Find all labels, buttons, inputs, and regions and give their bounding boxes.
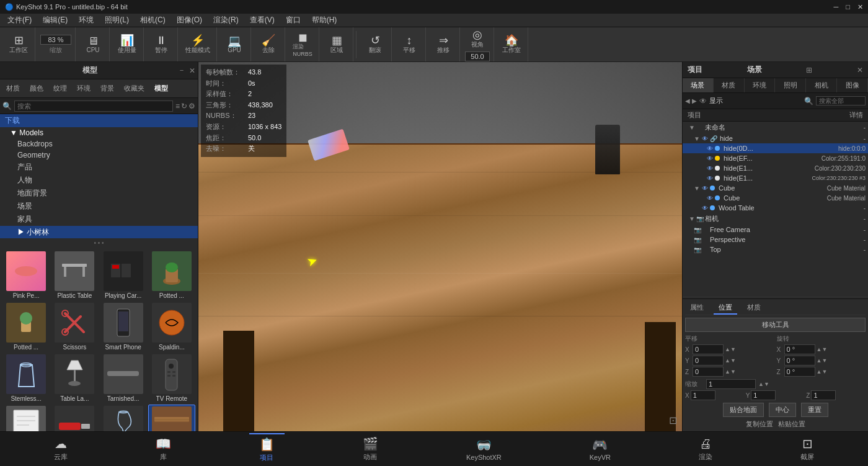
search-input[interactable] bbox=[14, 101, 173, 112]
refresh-icon[interactable]: ↻ bbox=[181, 102, 187, 110]
scene-search-input[interactable] bbox=[816, 96, 866, 105]
right-tab-image[interactable]: 图像 bbox=[837, 78, 868, 92]
bottom-nav-library[interactable]: 📖 库 bbox=[146, 434, 181, 464]
scale-y-input[interactable] bbox=[751, 390, 776, 400]
stree-perspective[interactable]: 📷 Perspective - bbox=[683, 235, 868, 244]
thumb-tv-remote[interactable]: TV Remote bbox=[148, 353, 195, 403]
stree-hide0d-eye[interactable]: 👁 bbox=[706, 145, 714, 152]
left-panel-minimize[interactable]: － bbox=[178, 65, 185, 76]
cpu-button[interactable]: 🖥 CPU bbox=[81, 34, 105, 55]
translate-button[interactable]: ↕ 平移 bbox=[397, 34, 422, 56]
region-button[interactable]: ▦ 区域 bbox=[324, 34, 349, 56]
menu-item[interactable]: 渲染(R) bbox=[208, 14, 244, 27]
stree-free-camera[interactable]: 📷 Free Camera - bbox=[683, 225, 868, 235]
prop-tab-pos[interactable]: 位置 bbox=[714, 302, 737, 315]
snap-button[interactable]: 贴合地面 bbox=[723, 403, 764, 417]
fov-button[interactable]: ◎ 视角 bbox=[465, 28, 490, 50]
stree-hidee1[interactable]: 👁 hide(E1... Color:230:230:230 bbox=[683, 163, 868, 173]
right-panel-close[interactable]: ✕ bbox=[857, 66, 863, 74]
translate-y-arrows[interactable]: ▲▼ bbox=[725, 357, 736, 364]
move-tool-button[interactable]: 移动工具 bbox=[685, 318, 866, 332]
bottom-nav-screenshot[interactable]: ⊡ 截屏 bbox=[790, 434, 824, 464]
close-button[interactable]: ✕ bbox=[857, 3, 863, 11]
right-panel-expand[interactable]: ⊞ bbox=[806, 66, 812, 74]
tree-item-geometry[interactable]: Geometry bbox=[0, 150, 198, 161]
tab-models[interactable]: 模型 bbox=[151, 83, 172, 94]
thumb-table-lamp[interactable]: Table La... bbox=[51, 353, 98, 403]
zoom-input[interactable] bbox=[40, 35, 71, 45]
tree-item-scene[interactable]: 场景 bbox=[0, 200, 198, 213]
right-tab-material[interactable]: 材质 bbox=[714, 78, 745, 92]
translate-y-input[interactable] bbox=[693, 356, 724, 365]
thumb-pink-pe[interactable]: Pink Pe... bbox=[2, 250, 50, 300]
tab-background[interactable]: 背景 bbox=[97, 83, 118, 94]
menu-item[interactable]: 编辑(E) bbox=[38, 14, 73, 27]
stree-cube2[interactable]: 👁 Cube Cube Material bbox=[683, 193, 868, 203]
stree-wood-table-eye[interactable]: 👁 bbox=[701, 205, 709, 212]
titlebar-controls[interactable]: ─ □ ✕ bbox=[834, 3, 863, 11]
menu-item[interactable]: 环境 bbox=[74, 14, 99, 27]
filter-icon[interactable]: ⚙ bbox=[188, 102, 195, 110]
tree-item-models[interactable]: ▼ Models bbox=[0, 127, 198, 138]
tab-environment[interactable]: 环境 bbox=[73, 83, 94, 94]
studio-button[interactable]: 🏠 工作室 bbox=[499, 34, 524, 56]
focal-input[interactable] bbox=[465, 52, 490, 61]
nurbs-button[interactable]: ◼ 渲染NURBS bbox=[290, 30, 315, 58]
sort-icon[interactable]: ≡ bbox=[175, 102, 180, 110]
tree-header-download[interactable]: 下载 bbox=[0, 114, 198, 127]
maximize-button[interactable]: □ bbox=[846, 3, 850, 11]
prop-tab-attr[interactable]: 属性 bbox=[685, 302, 709, 315]
bottom-nav-project[interactable]: 📋 项目 bbox=[249, 433, 285, 465]
thumb-smartphone[interactable]: Smart Phone bbox=[100, 302, 147, 352]
turntable-button[interactable]: ↺ 翻滚 bbox=[363, 34, 388, 56]
right-tab-lighting[interactable]: 照明 bbox=[775, 78, 806, 92]
pause-button[interactable]: ⏸ 暂停 bbox=[149, 34, 174, 56]
paste-pos-button[interactable]: 粘贴位置 bbox=[778, 419, 805, 429]
left-panel-close[interactable]: ✕ bbox=[189, 66, 195, 75]
perf-button[interactable]: ⚡ 性能模式 bbox=[183, 34, 213, 56]
tab-color[interactable]: 颜色 bbox=[26, 83, 47, 94]
scale-arrows[interactable]: ▲▼ bbox=[758, 381, 769, 387]
prop-tab-mat[interactable]: 材质 bbox=[742, 302, 766, 315]
thumb-potted1[interactable]: Potted ... bbox=[148, 250, 195, 300]
thumb-usb-flash[interactable]: USB Fla... bbox=[51, 405, 98, 431]
stree-cube1-eye[interactable]: 👁 bbox=[701, 185, 709, 192]
tree-item-trees[interactable]: ▶ 小树林 bbox=[0, 226, 198, 238]
rotate-y-arrows[interactable]: ▲▼ bbox=[817, 357, 828, 364]
gpu-button[interactable]: 💻 GPU bbox=[222, 34, 247, 55]
right-tab-scene[interactable]: 场景 bbox=[683, 78, 714, 92]
rotate-x-input[interactable] bbox=[784, 344, 815, 354]
expand-viewport-button[interactable]: ⊡ bbox=[669, 414, 677, 426]
translate-z-input[interactable] bbox=[693, 367, 724, 377]
bottom-nav-animate[interactable]: 🎬 动画 bbox=[353, 434, 388, 464]
menu-item[interactable]: 窗口 bbox=[281, 14, 306, 27]
bottom-nav-render[interactable]: 🖨 渲染 bbox=[689, 434, 722, 464]
stree-hidee1b[interactable]: 👁 hide(E1... Color:230:230:230 #3 bbox=[683, 173, 868, 183]
copy-pos-button[interactable]: 复制位置 bbox=[746, 419, 773, 429]
menu-item[interactable]: 图像(O) bbox=[172, 14, 207, 27]
thumb-plastic-table[interactable]: Plastic Table bbox=[51, 250, 98, 300]
thumb-wood-table[interactable]: Wood Table bbox=[148, 405, 195, 431]
menu-item[interactable]: 查看(V) bbox=[245, 14, 280, 27]
thumb-playing-car[interactable]: Playing Car... bbox=[100, 250, 147, 300]
bottom-nav-cloud[interactable]: ☁ 云库 bbox=[44, 434, 78, 464]
tree-item-ground[interactable]: 地面背景 bbox=[0, 187, 198, 200]
translate-x-input[interactable] bbox=[693, 344, 724, 354]
push-button[interactable]: ⇒ 推移 bbox=[431, 34, 456, 56]
viewport[interactable]: ➤ 每秒帧数： 43.8 时间： 0s 采样值： 2 三角形： 438,380 … bbox=[198, 62, 682, 431]
stree-hidee1b-eye[interactable]: 👁 bbox=[706, 175, 714, 182]
stree-cube2-eye[interactable]: 👁 bbox=[706, 195, 714, 202]
right-tab-environment[interactable]: 环境 bbox=[745, 78, 776, 92]
thumb-wine-glass[interactable]: Wine Glass bbox=[100, 405, 147, 431]
bottom-nav-keyvr[interactable]: 🎮 KeyVR bbox=[580, 435, 621, 464]
thumb-us-letter[interactable]: US Lett... bbox=[2, 405, 50, 431]
thumb-tarnished[interactable]: Tarnished... bbox=[100, 353, 147, 403]
stree-unnamed[interactable]: ▼ 未命名 - bbox=[683, 122, 868, 133]
stree-hideef-eye[interactable]: 👁 bbox=[706, 155, 714, 162]
tab-texture[interactable]: 纹理 bbox=[50, 83, 71, 94]
rotate-z-arrows[interactable]: ▲▼ bbox=[817, 369, 828, 375]
remove-button[interactable]: 🧹 去除 bbox=[256, 34, 281, 56]
workspace-button[interactable]: ⊞ 工作区 bbox=[6, 34, 31, 56]
tree-item-furniture[interactable]: 家具 bbox=[0, 213, 198, 226]
bottom-nav-keyxr[interactable]: 🥽 KeyShotXR bbox=[456, 435, 512, 464]
